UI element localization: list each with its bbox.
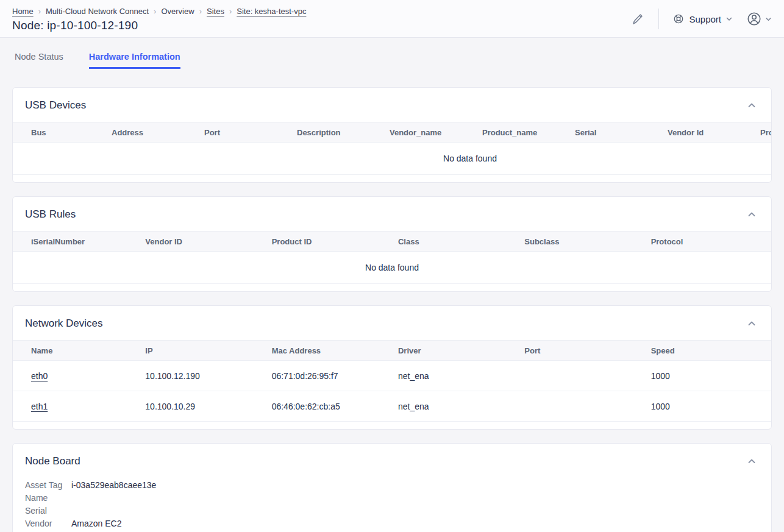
cell-driver: net_ena bbox=[392, 361, 518, 391]
chevron-down-icon bbox=[725, 15, 733, 23]
tab-bar: Node Status Hardware Information bbox=[0, 38, 784, 69]
column-header-class: Class bbox=[392, 232, 518, 252]
usb-devices-card: USB Devices Bus Address Port Description… bbox=[12, 87, 772, 183]
no-data-message: No data found bbox=[13, 252, 771, 284]
column-header-ip: IP bbox=[139, 341, 265, 361]
column-header-product-id: Product Id bbox=[754, 122, 771, 143]
usb-devices-header-row: Bus Address Port Description Vendor_name… bbox=[13, 122, 771, 143]
breadcrumb-multi-cloud-network-connect[interactable]: Multi-Cloud Network Connect bbox=[46, 7, 149, 16]
column-header-description: Description bbox=[291, 122, 383, 143]
header-divider bbox=[658, 9, 659, 29]
cell-driver: net_ena bbox=[392, 391, 518, 422]
chevron-up-icon bbox=[747, 210, 757, 219]
chevron-right-icon: › bbox=[154, 7, 156, 15]
usb-rules-header-row: iSerialNumber Vendor ID Product ID Class… bbox=[13, 232, 771, 252]
usb-devices-table-scroll[interactable]: Bus Address Port Description Vendor_name… bbox=[13, 122, 771, 175]
column-header-subclass: Subclass bbox=[518, 232, 644, 252]
field-value: Amazon EC2 bbox=[71, 517, 121, 530]
column-header-address: Address bbox=[105, 122, 198, 143]
breadcrumb-overview[interactable]: Overview bbox=[161, 7, 194, 16]
user-avatar-icon bbox=[746, 11, 762, 27]
node-board-card: Node Board Asset Tag i-03a529eab8caee13e… bbox=[12, 443, 772, 532]
chevron-right-icon: › bbox=[229, 7, 232, 15]
column-header-protocol: Protocol bbox=[645, 232, 771, 252]
network-devices-header-row: Name IP Mac Address Driver Port Speed bbox=[13, 341, 771, 361]
network-devices-card-header: Network Devices bbox=[13, 306, 771, 340]
usb-rules-card-header: USB Rules bbox=[13, 197, 771, 231]
usb-devices-title: USB Devices bbox=[25, 99, 86, 112]
field-value: i-03a529eab8caee13e bbox=[71, 479, 156, 492]
usb-devices-card-header: USB Devices bbox=[13, 88, 771, 122]
column-header-vendor-id: Vendor ID bbox=[139, 232, 265, 252]
column-header-product-id: Product ID bbox=[266, 232, 392, 252]
usb-rules-card: USB Rules iSerialNumber Vendor ID Produc… bbox=[12, 196, 772, 292]
breadcrumb-home[interactable]: Home bbox=[12, 7, 34, 16]
column-header-port: Port bbox=[198, 122, 291, 143]
table-row-eth0: eth0 10.100.12.190 06:71:0d:26:95:f7 net… bbox=[13, 361, 771, 391]
edit-pen-button[interactable] bbox=[630, 12, 645, 26]
chevron-right-icon: › bbox=[199, 7, 202, 15]
cell-speed: 1000 bbox=[645, 361, 771, 391]
top-header: Home › Multi-Cloud Network Connect › Ove… bbox=[0, 0, 784, 38]
column-header-mac-address: Mac Address bbox=[266, 341, 392, 361]
column-header-port: Port bbox=[518, 341, 644, 361]
usb-devices-table: Bus Address Port Description Vendor_name… bbox=[13, 122, 771, 175]
header-actions: Support bbox=[630, 7, 772, 30]
column-header-iserialnumber: iSerialNumber bbox=[13, 232, 139, 252]
cell-port bbox=[518, 361, 644, 391]
empty-state-row: No data found bbox=[13, 143, 771, 175]
field-vendor: Vendor Amazon EC2 bbox=[25, 517, 759, 530]
cell-mac-address: 06:71:0d:26:95:f7 bbox=[266, 361, 392, 391]
node-board-fields: Asset Tag i-03a529eab8caee13e Name Seria… bbox=[13, 478, 771, 532]
support-label: Support bbox=[689, 14, 721, 24]
network-devices-table: Name IP Mac Address Driver Port Speed et… bbox=[13, 340, 771, 422]
device-link-eth0[interactable]: eth0 bbox=[31, 371, 48, 381]
lifebuoy-icon bbox=[672, 13, 685, 25]
breadcrumb-sites[interactable]: Sites bbox=[207, 7, 224, 16]
usb-rules-title: USB Rules bbox=[25, 208, 76, 221]
field-asset-tag: Asset Tag i-03a529eab8caee13e bbox=[25, 479, 759, 492]
cell-speed: 1000 bbox=[645, 391, 771, 422]
card-bottom-padding bbox=[13, 284, 771, 291]
column-header-speed: Speed bbox=[645, 341, 771, 361]
field-label: Serial bbox=[25, 505, 71, 517]
network-devices-title: Network Devices bbox=[25, 317, 103, 330]
usb-rules-collapse-button[interactable] bbox=[744, 207, 759, 222]
column-header-product-name: Product_name bbox=[476, 122, 569, 143]
field-label: Name bbox=[25, 492, 71, 505]
chevron-up-icon bbox=[747, 319, 757, 328]
column-header-bus: Bus bbox=[13, 122, 105, 143]
cell-mac-address: 06:46:0e:62:cb:a5 bbox=[266, 391, 392, 422]
empty-state-row: No data found bbox=[13, 252, 771, 284]
cell-ip: 10.100.10.29 bbox=[139, 391, 265, 422]
chevron-up-icon bbox=[747, 101, 757, 110]
chevron-up-icon bbox=[747, 456, 757, 466]
column-header-driver: Driver bbox=[392, 341, 518, 361]
pen-icon bbox=[630, 12, 645, 26]
support-menu-button[interactable]: Support bbox=[672, 13, 733, 25]
node-board-collapse-button[interactable] bbox=[744, 454, 759, 469]
tab-hardware-information[interactable]: Hardware Information bbox=[89, 52, 180, 69]
usb-devices-collapse-button[interactable] bbox=[744, 98, 759, 113]
node-board-title: Node Board bbox=[25, 455, 80, 467]
column-header-vendor-name: Vendor_name bbox=[383, 122, 476, 143]
tab-node-status[interactable]: Node Status bbox=[15, 52, 63, 69]
node-board-card-header: Node Board bbox=[13, 444, 771, 478]
card-bottom-padding bbox=[13, 422, 771, 429]
user-account-menu-button[interactable] bbox=[746, 11, 772, 27]
card-bottom-padding bbox=[13, 175, 771, 182]
table-row-eth1: eth1 10.100.10.29 06:46:0e:62:cb:a5 net_… bbox=[13, 391, 771, 422]
network-devices-card: Network Devices Name IP Mac Address Driv… bbox=[12, 305, 772, 430]
field-label: Asset Tag bbox=[25, 479, 71, 492]
usb-rules-table: iSerialNumber Vendor ID Product ID Class… bbox=[13, 231, 771, 284]
device-link-eth1[interactable]: eth1 bbox=[31, 402, 48, 411]
field-label: Vendor bbox=[25, 517, 71, 530]
column-header-name: Name bbox=[13, 341, 139, 361]
breadcrumb-site-kesha-test-vpc[interactable]: Site: kesha-test-vpc bbox=[237, 7, 306, 16]
network-devices-collapse-button[interactable] bbox=[744, 316, 759, 331]
column-header-serial: Serial bbox=[569, 122, 661, 143]
chevron-right-icon: › bbox=[38, 7, 41, 15]
chevron-down-icon bbox=[765, 16, 772, 23]
no-data-message: No data found bbox=[13, 143, 771, 175]
cell-ip: 10.100.12.190 bbox=[139, 361, 265, 391]
